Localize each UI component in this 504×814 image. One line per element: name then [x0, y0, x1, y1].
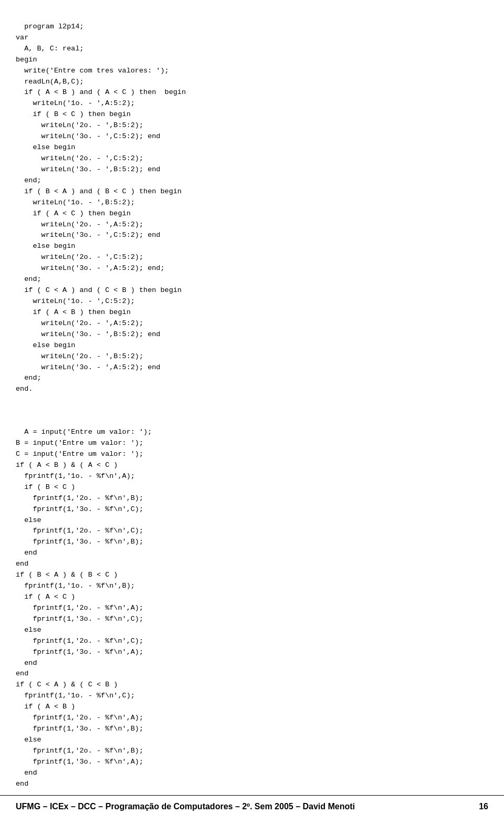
code-area: program l2p14; var A, B, C: real; begin …: [0, 0, 504, 400]
footer-text: UFMG – ICEx – DCC – Programação de Compu…: [16, 802, 355, 811]
matlab-code: A = input('Entre um valor: '); B = input…: [16, 428, 152, 788]
pascal-code: program l2p14; var A, B, C: real; begin …: [16, 23, 186, 393]
matlab-code-area: A = input('Entre um valor: '); B = input…: [0, 400, 504, 795]
footer: UFMG – ICEx – DCC – Programação de Compu…: [0, 795, 504, 814]
page-number: 16: [479, 802, 488, 811]
